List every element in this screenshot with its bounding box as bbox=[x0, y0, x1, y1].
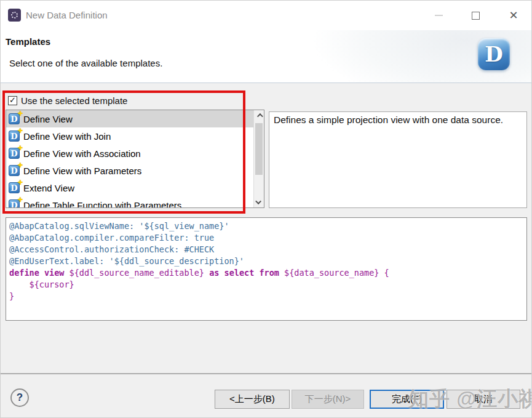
code-line: } bbox=[9, 291, 523, 302]
code-line: ${cursor} bbox=[9, 279, 523, 291]
code-line: define view ${ddl_source_name_editable} … bbox=[9, 267, 523, 279]
scroll-up-button[interactable] bbox=[254, 110, 264, 121]
page-subtitle: Select one of the available templates. bbox=[9, 58, 162, 68]
template-list: D+Define ViewD+Define View with JoinD+De… bbox=[6, 110, 253, 207]
maximize-icon bbox=[472, 12, 480, 20]
back-button[interactable]: <上一步(B) bbox=[215, 390, 290, 409]
scrollbar-thumb[interactable] bbox=[255, 123, 263, 175]
code-line: @AbapCatalog.compiler.compareFilter: tru… bbox=[9, 232, 523, 244]
minimize-button[interactable] bbox=[428, 6, 449, 25]
list-item-label: Define Table Function with Parameters bbox=[23, 200, 181, 208]
page-title: Templates bbox=[6, 36, 50, 47]
list-item-define-view-with-parameters[interactable]: D+Define View with Parameters bbox=[6, 162, 253, 179]
list-item-label: Define View bbox=[23, 114, 73, 124]
template-description: Defines a simple projection view with on… bbox=[269, 111, 527, 208]
close-button[interactable]: ✕ bbox=[503, 6, 524, 25]
template-listbox: D+Define ViewD+Define View with JoinD+De… bbox=[6, 110, 264, 208]
list-item-define-view-with-join[interactable]: D+Define View with Join bbox=[6, 127, 253, 145]
ddl-template-d-plus-icon: D+ bbox=[9, 131, 20, 142]
close-icon: ✕ bbox=[509, 10, 518, 21]
wizard-header: Templates Select one of the available te… bbox=[1, 30, 531, 83]
title-bar: New Data Definition ✕ bbox=[1, 1, 531, 30]
use-template-checkbox[interactable]: ✓ bbox=[8, 96, 17, 105]
maximize-button[interactable] bbox=[465, 6, 486, 25]
code-line: @EndUserText.label: '${ddl_source_descri… bbox=[9, 255, 523, 267]
ddl-template-d-plus-icon: D+ bbox=[9, 165, 20, 176]
use-template-row: ✓ Use the selected template bbox=[8, 95, 127, 106]
chevron-down-icon bbox=[255, 198, 261, 204]
next-button: 下一步(N)> bbox=[292, 390, 364, 409]
chevron-up-icon bbox=[256, 113, 263, 119]
help-button[interactable]: ? bbox=[10, 388, 29, 407]
ddl-template-d-plus-icon: D+ bbox=[9, 113, 20, 124]
list-item-define-table-function-with-parameters[interactable]: D+Define Table Function with Parameters bbox=[6, 196, 253, 207]
ddl-template-d-plus-icon: D+ bbox=[9, 182, 20, 193]
list-item-extend-view[interactable]: D+Extend View bbox=[6, 179, 253, 196]
scroll-down-button[interactable] bbox=[254, 197, 264, 207]
window-title: New Data Definition bbox=[26, 10, 108, 20]
list-item-label: Define View with Association bbox=[23, 148, 141, 159]
new-data-definition-dialog: New Data Definition ✕ Templates Select o… bbox=[0, 0, 532, 418]
code-line: @AbapCatalog.sqlViewName: '${sql_view_na… bbox=[9, 220, 523, 232]
list-item-define-view-with-association[interactable]: D+Define View with Association bbox=[6, 145, 253, 162]
list-item-define-view[interactable]: D+Define View bbox=[6, 110, 253, 127]
list-item-label: Define View with Parameters bbox=[23, 166, 141, 176]
code-line: @AccessControl.authorizationCheck: #CHEC… bbox=[9, 244, 523, 255]
minimize-icon bbox=[435, 15, 443, 16]
list-item-label: Extend View bbox=[23, 183, 74, 193]
ddl-template-d-plus-icon: D+ bbox=[9, 199, 20, 207]
checkbox-check-icon: ✓ bbox=[9, 96, 16, 104]
use-template-label: Use the selected template bbox=[21, 95, 127, 106]
list-item-label: Define View with Join bbox=[23, 131, 111, 142]
finish-button[interactable]: 完成(F) bbox=[370, 390, 444, 409]
question-mark-icon: ? bbox=[17, 392, 23, 404]
footer-separator bbox=[1, 373, 531, 374]
cancel-button[interactable]: 取消 bbox=[447, 390, 520, 409]
code-preview[interactable]: @AbapCatalog.sqlViewName: '${sql_view_na… bbox=[6, 217, 527, 321]
ddl-wizard-logo-icon: D bbox=[478, 38, 510, 70]
new-wizard-icon bbox=[8, 9, 21, 22]
ddl-template-d-plus-icon: D+ bbox=[9, 148, 20, 159]
template-list-scrollbar[interactable] bbox=[253, 110, 264, 207]
header-separator bbox=[1, 82, 531, 83]
